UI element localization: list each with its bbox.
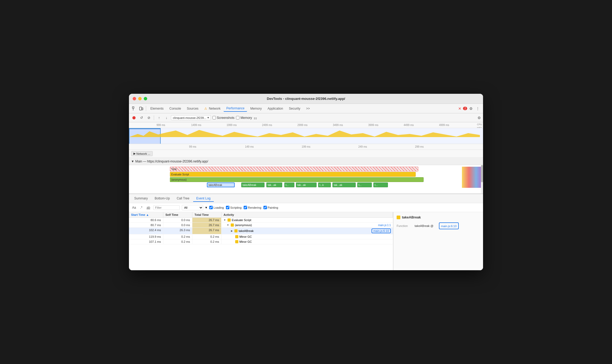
table-row-evaluate[interactable]: 80.6 ms 0.0 ms 26.7 ms ▼ Evaluate Script <box>129 218 393 223</box>
screenshots-checkbox[interactable] <box>212 116 216 119</box>
devtools-toolbar: Elements Console Sources ⚠ Network Perfo… <box>129 104 483 113</box>
flame-bar-t-1[interactable]: t... <box>284 183 294 187</box>
activity-anonymous[interactable]: ▼ (anonymous) main.js:1:1 <box>221 223 393 227</box>
minimize-button[interactable] <box>138 97 142 100</box>
more-icon[interactable]: ⋮ <box>475 105 481 112</box>
activity-label-anonymous: (anonymous) <box>235 223 252 227</box>
tab-call-tree[interactable]: Call Tree <box>174 195 193 202</box>
data-table: Start Time ▲ Self Time Total Time Activi… <box>129 212 393 270</box>
tab-summary[interactable]: Summary <box>131 195 151 202</box>
network-expand-icon: ▶ <box>133 152 136 155</box>
screenshots-checkbox-label[interactable]: Screenshots <box>212 116 235 120</box>
aa-icon[interactable]: Aa <box>131 205 137 210</box>
th-total-time[interactable]: Total Time <box>192 212 221 217</box>
memory-checkbox-label[interactable]: Memory <box>236 116 252 120</box>
perf-settings-icon[interactable]: ⚙ <box>477 116 481 120</box>
filter-category-select[interactable]: All Loading Scripting Rendering Painting <box>182 205 203 210</box>
tab-memory[interactable]: Memory <box>248 106 264 111</box>
tab-security[interactable]: Security <box>286 106 303 111</box>
upload-button[interactable]: ↑ <box>156 115 162 121</box>
th-start-time[interactable]: Start Time ▲ <box>129 212 163 217</box>
filter-input[interactable] <box>153 205 180 210</box>
flame-bar-t-2[interactable]: t... <box>357 183 372 187</box>
flame-bar-takeabreak-selected[interactable]: takeABreak <box>207 183 235 187</box>
maximize-button[interactable] <box>144 97 147 100</box>
cleanup-icon[interactable]: ⚏ <box>254 116 257 120</box>
activity-label-evaluate: Evaluate Script <box>232 218 251 222</box>
loading-checkbox[interactable] <box>209 206 213 209</box>
right-link-circled-container[interactable]: main.js:6:10 <box>439 222 459 229</box>
tab-console[interactable]: Console <box>167 106 184 111</box>
painting-checkbox[interactable] <box>263 206 267 209</box>
ruler-3499: 3499 ms <box>333 124 343 127</box>
link-main-6-10-table[interactable]: main.js:6:10 <box>373 229 389 232</box>
scripting-checkbox-label[interactable]: Scripting <box>226 206 242 209</box>
flame-bar-takeabreak-4[interactable]: tak...ak <box>332 183 356 187</box>
table-row-anonymous[interactable]: 80.7 ms 0.0 ms 26.7 ms ▼ (anonymous) mai… <box>129 223 393 228</box>
error-badge-container[interactable]: ✕ 2 <box>458 106 467 111</box>
clear-button[interactable]: ⊘ <box>146 115 152 121</box>
tab-sources[interactable]: Sources <box>184 106 201 111</box>
memory-checkbox[interactable] <box>236 116 239 119</box>
activity-minor-gc-1[interactable]: Minor GC <box>221 234 393 239</box>
inspect-icon[interactable] <box>131 105 137 112</box>
record-button[interactable] <box>131 115 137 121</box>
flame-chart-scrollbar[interactable] <box>481 165 483 194</box>
selection-highlight <box>129 128 161 129</box>
case-icon[interactable]: ab <box>146 205 151 210</box>
flame-bar-t-3[interactable]: t... <box>373 183 388 187</box>
scripting-checkbox[interactable] <box>226 206 229 209</box>
flame-bar-anonymous[interactable]: (anonymous) <box>170 177 424 182</box>
download-button[interactable]: ↓ <box>164 115 169 121</box>
tab-performance[interactable]: Performance <box>224 105 247 112</box>
expand-arrow-2: ▼ <box>227 224 229 226</box>
timeline-overview[interactable] <box>129 128 483 144</box>
scrollbar-thumb[interactable] <box>481 165 483 182</box>
td-start-119-9: 119.9 ms <box>129 234 163 239</box>
tab-bottom-up[interactable]: Bottom-Up <box>151 195 173 202</box>
right-function-link[interactable]: main.js:6:10 <box>441 225 457 228</box>
device-toggle-icon[interactable] <box>138 105 144 112</box>
flame-bar-takeabreak-1[interactable]: takeABreak <box>241 183 265 187</box>
timeline-ruler-mid: 99 ms 149 ms 199 ms 249 ms 299 ms <box>129 144 483 150</box>
tab-application[interactable]: Application <box>265 106 286 111</box>
expand-arrow-1: ▼ <box>224 219 226 221</box>
refresh-record-button[interactable]: ↺ <box>138 115 144 121</box>
loading-checkbox-label[interactable]: Loading <box>209 206 224 209</box>
network-label-button[interactable]: ▶ Network ... <box>131 151 153 156</box>
rendering-checkbox-label[interactable]: Rendering <box>244 206 261 209</box>
scripting-label: Scripting <box>230 206 242 209</box>
th-self-time[interactable]: Self Time <box>163 212 192 217</box>
flame-bar-tk-1[interactable]: t...k <box>318 183 331 187</box>
ruler-4999: 4999 ms <box>439 124 449 127</box>
activity-icon-minor-gc-2 <box>235 240 238 243</box>
filter-dropdown-icon[interactable]: ▾ <box>205 206 207 209</box>
url-selector[interactable]: clinquant-mousse-2f239... ▾ <box>171 115 211 120</box>
activity-evaluate[interactable]: ▼ Evaluate Script <box>221 218 393 222</box>
close-button[interactable] <box>133 97 136 100</box>
activity-minor-gc-2[interactable]: Minor GC <box>221 239 393 244</box>
rendering-checkbox[interactable] <box>244 206 247 209</box>
th-activity[interactable]: Activity <box>221 212 393 217</box>
flame-chart[interactable]: Task Evaluate Script (anonymous) takeABr… <box>129 165 483 194</box>
table-row-minor-gc-1[interactable]: 119.9 ms 0.2 ms 0.2 ms Minor GC <box>129 234 393 239</box>
main-thread-collapse-icon[interactable]: ▼ <box>131 160 134 163</box>
tab-network[interactable]: ⚠ Network <box>202 106 223 111</box>
flame-bar-takeabreak-3[interactable]: tak...ak <box>296 183 317 187</box>
settings-icon[interactable]: ⚙ <box>468 105 474 112</box>
tab-elements[interactable]: Elements <box>148 106 166 111</box>
tab-overflow[interactable]: >> <box>304 106 313 111</box>
regex-icon[interactable]: .* <box>139 205 143 210</box>
flame-bar-evaluate[interactable]: Evaluate Script <box>170 172 416 177</box>
painting-checkbox-label[interactable]: Painting <box>263 206 278 209</box>
table-row-minor-gc-2[interactable]: 107.1 ms 0.2 ms 0.2 ms Minor GC <box>129 239 393 244</box>
link-main-1-1[interactable]: main.js:1:1 <box>378 224 391 227</box>
ruler-1499: 1499 ms <box>191 124 201 127</box>
tab-event-log[interactable]: Event Log <box>193 195 214 202</box>
circled-link-container[interactable]: main.js:6:10 <box>372 228 391 233</box>
flame-bar-task[interactable]: Task <box>170 167 418 171</box>
flame-bar-takeabreak-2[interactable]: tak...ak <box>266 183 282 187</box>
activity-takeabreak[interactable]: ▶ takeABreak main.js:6:10 <box>221 228 393 234</box>
table-row-takeabreak[interactable]: 102.4 ms 26.3 ms 26.7 ms ▶ takeABreak ma… <box>129 228 393 234</box>
expand-arrow-3: ▶ <box>231 230 233 232</box>
